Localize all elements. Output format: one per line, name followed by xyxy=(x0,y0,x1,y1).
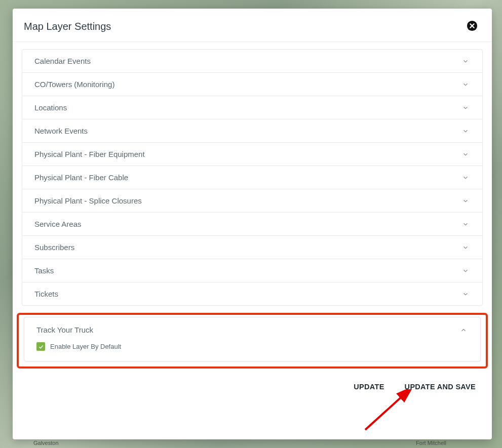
panel-label: Subscribers xyxy=(34,243,74,252)
enable-layer-checkbox[interactable] xyxy=(36,342,45,351)
chevron-down-icon xyxy=(462,197,469,205)
layer-panel: Calendar Events xyxy=(22,50,482,72)
panel-label: Calendar Events xyxy=(34,57,91,65)
panel-header[interactable]: Calendar Events xyxy=(22,50,482,72)
svg-line-1 xyxy=(365,395,403,430)
panel-header[interactable]: Physical Plant - Fiber Cable xyxy=(22,166,482,189)
close-icon xyxy=(467,20,478,33)
chevron-down-icon xyxy=(462,128,469,135)
map-label-galveston: Galveston xyxy=(33,440,59,446)
panel-label: Physical Plant - Fiber Cable xyxy=(34,173,128,182)
panel-header[interactable]: Physical Plant - Fiber Equipment xyxy=(22,143,482,166)
layer-panels: Calendar Events CO/Towers (Monitoring) L… xyxy=(13,42,492,306)
panel-label: Locations xyxy=(34,103,67,112)
panel-header[interactable]: Network Events xyxy=(22,119,482,142)
panel-label: Service Areas xyxy=(34,220,82,228)
layer-panel: Tickets xyxy=(22,282,482,305)
dialog-title: Map Layer Settings xyxy=(24,21,111,32)
panel-label: Track Your Truck xyxy=(36,325,93,334)
map-layer-settings-dialog: Map Layer Settings Calendar Events CO/To… xyxy=(13,9,492,439)
layer-panel: Physical Plant - Fiber Equipment xyxy=(22,142,482,166)
panel-header[interactable]: Physical Plant - Splice Closures xyxy=(22,189,482,212)
panel-label: Tasks xyxy=(34,266,54,275)
chevron-down-icon xyxy=(462,267,469,274)
panel-header[interactable]: Service Areas xyxy=(22,213,482,235)
panel-header[interactable]: Tickets xyxy=(22,282,482,305)
enable-layer-checkbox-label: Enable Layer By Default xyxy=(50,343,121,350)
chevron-down-icon xyxy=(462,221,469,228)
update-button[interactable]: UPDATE xyxy=(354,383,384,391)
panel-header[interactable]: Subscribers xyxy=(22,236,482,259)
layer-panel: CO/Towers (Monitoring) xyxy=(22,72,482,96)
chevron-down-icon xyxy=(462,244,469,251)
layer-panel: Subscribers xyxy=(22,235,482,259)
arrow-annotation xyxy=(360,389,416,432)
panel-label: Tickets xyxy=(34,290,58,298)
chevron-down-icon xyxy=(462,81,469,88)
panel-body: Enable Layer By Default xyxy=(24,337,480,361)
close-button[interactable] xyxy=(467,21,478,32)
dialog-header: Map Layer Settings xyxy=(13,9,492,42)
chevron-down-icon xyxy=(462,174,469,181)
enable-layer-checkbox-row[interactable]: Enable Layer By Default xyxy=(36,342,468,351)
panel-label: Physical Plant - Splice Closures xyxy=(34,196,142,205)
dialog-footer: UPDATE UPDATE AND SAVE xyxy=(13,369,492,391)
chevron-up-icon xyxy=(460,327,467,334)
layer-panel: Physical Plant - Fiber Cable xyxy=(22,166,482,189)
layer-panel: Network Events xyxy=(22,119,482,142)
update-and-save-button[interactable]: UPDATE AND SAVE xyxy=(405,383,476,391)
chevron-down-icon xyxy=(462,104,469,111)
panel-label: CO/Towers (Monitoring) xyxy=(34,80,114,89)
panel-label: Network Events xyxy=(34,127,88,135)
layer-panel: Service Areas xyxy=(22,212,482,235)
chevron-down-icon xyxy=(462,291,469,298)
chevron-down-icon xyxy=(462,58,469,65)
layer-panel: Locations xyxy=(22,96,482,119)
chevron-down-icon xyxy=(462,151,469,158)
panel-label: Physical Plant - Fiber Equipment xyxy=(34,150,145,158)
layer-panel: Physical Plant - Splice Closures xyxy=(22,189,482,212)
panel-header[interactable]: CO/Towers (Monitoring) xyxy=(22,73,482,96)
map-label-fort-mitchell: Fort Mitchell xyxy=(416,440,446,446)
layer-panel-track-your-truck: Track Your Truck Enable Layer By Default xyxy=(24,317,481,361)
layer-panel: Tasks xyxy=(22,259,482,282)
panel-header[interactable]: Tasks xyxy=(22,259,482,282)
panel-header[interactable]: Locations xyxy=(22,96,482,119)
panel-header-track-your-truck[interactable]: Track Your Truck xyxy=(24,317,480,337)
highlight-annotation: Track Your Truck Enable Layer By Default xyxy=(17,313,488,369)
